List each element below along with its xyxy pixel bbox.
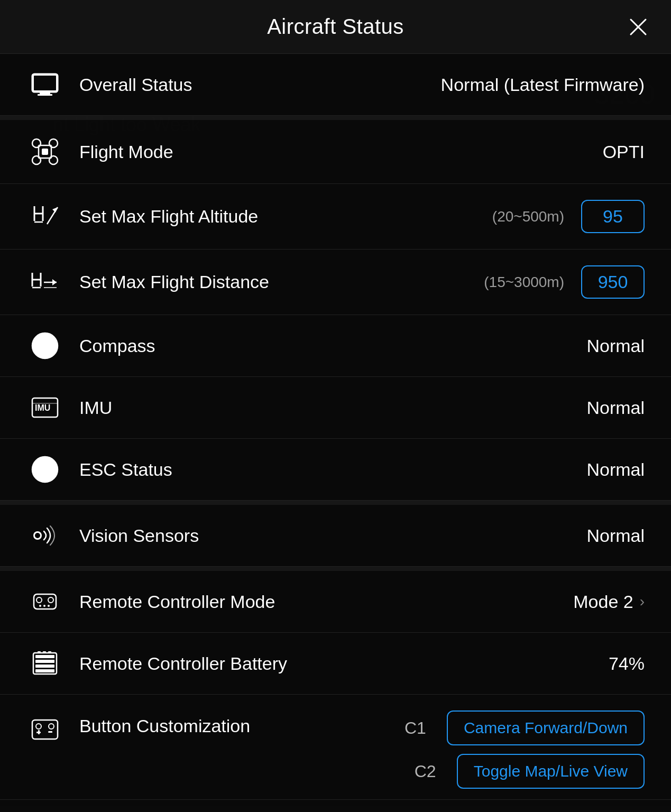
imu-label: IMU xyxy=(79,398,586,418)
rc-mode-label: Remote Controller Mode xyxy=(79,592,573,612)
c2-row: C2 Toggle Map/Live View xyxy=(415,754,645,789)
modal-panel: Aircraft Status Overall Status xyxy=(0,0,671,812)
row-overall-status: Overall Status Normal (Latest Firmware) xyxy=(0,54,671,116)
max-distance-control: (15~3000m) 950 xyxy=(484,265,645,299)
svg-point-52 xyxy=(48,597,53,603)
svg-rect-3 xyxy=(33,75,57,91)
svg-rect-62 xyxy=(43,651,46,653)
vision-icon xyxy=(26,521,63,550)
compass-label: Compass xyxy=(79,336,586,356)
btn-customization-label: Button Customization xyxy=(79,710,405,736)
rc-battery-value: 74% xyxy=(609,653,645,674)
row-flight-mode: Flight Mode OPTI xyxy=(0,120,671,184)
rc-battery-label: Remote Controller Battery xyxy=(79,653,609,674)
chevron-right-icon: › xyxy=(640,593,645,610)
customization-buttons: C1 Camera Forward/Down C2 Toggle Map/Liv… xyxy=(405,710,645,789)
max-distance-label: Set Max Flight Distance xyxy=(79,272,484,292)
row-esc: ESC Status Normal xyxy=(0,439,671,501)
max-distance-input[interactable]: 950 xyxy=(581,265,645,299)
svg-rect-2 xyxy=(32,74,58,92)
c2-label: C2 xyxy=(415,762,446,781)
button-custom-icon xyxy=(26,715,63,744)
separator-thick-2 xyxy=(0,501,671,505)
rc-icon xyxy=(26,587,63,616)
overall-status-label: Overall Status xyxy=(79,75,441,95)
c1-label: C1 xyxy=(405,718,436,738)
svg-point-66 xyxy=(49,724,54,729)
svg-rect-60 xyxy=(35,669,54,672)
separator-thick-1 xyxy=(0,116,671,120)
rc-mode-value-container: Mode 2 › xyxy=(573,592,645,612)
svg-point-55 xyxy=(48,605,50,607)
imu-icon: IMU xyxy=(26,393,63,422)
esc-label: ESC Status xyxy=(79,459,586,480)
max-altitude-label: Set Max Flight Altitude xyxy=(79,206,492,227)
svg-rect-5 xyxy=(38,94,52,96)
close-icon xyxy=(629,17,648,36)
header: Aircraft Status xyxy=(0,0,671,54)
svg-rect-61 xyxy=(38,651,41,653)
svg-rect-14 xyxy=(42,149,48,155)
row-max-distance: Set Max Flight Distance (15~3000m) 950 xyxy=(0,250,671,315)
modal-overlay: 3200 nt Light too Weak Aircraft Status xyxy=(0,0,671,812)
rc-mode-value: Mode 2 xyxy=(573,592,633,612)
svg-point-54 xyxy=(43,605,45,607)
svg-rect-58 xyxy=(35,660,54,663)
svg-point-6 xyxy=(32,139,41,147)
close-button[interactable] xyxy=(627,15,650,39)
vision-label: Vision Sensors xyxy=(79,525,586,546)
row-rc-mode[interactable]: Remote Controller Mode Mode 2 › xyxy=(0,571,671,633)
svg-point-49 xyxy=(35,533,40,538)
svg-point-47 xyxy=(42,467,48,472)
compass-icon: N xyxy=(26,331,63,361)
c2-button[interactable]: Toggle Map/Live View xyxy=(457,754,645,789)
max-distance-unit: (15~3000m) xyxy=(484,274,564,291)
svg-rect-70 xyxy=(50,731,52,733)
battery-icon xyxy=(26,649,63,678)
max-altitude-unit: (20~500m) xyxy=(492,208,564,225)
svg-rect-59 xyxy=(35,665,54,668)
row-rc-battery: Remote Controller Battery 74% xyxy=(0,633,671,695)
svg-text:IMU: IMU xyxy=(35,403,50,412)
row-compass: N Compass Normal xyxy=(0,315,671,377)
max-altitude-input[interactable]: 95 xyxy=(581,200,645,233)
svg-point-7 xyxy=(49,139,58,147)
status-icon xyxy=(26,70,63,99)
esc-value: Normal xyxy=(586,459,645,480)
svg-marker-26 xyxy=(52,279,57,285)
row-btn-customization: Button Customization C1 Camera Forward/D… xyxy=(0,695,671,800)
svg-point-9 xyxy=(49,156,58,164)
vision-value: Normal xyxy=(586,525,645,546)
svg-rect-63 xyxy=(48,651,51,653)
row-max-altitude: Set Max Flight Altitude (20~500m) 95 xyxy=(0,184,671,250)
svg-point-53 xyxy=(39,605,41,607)
distance-icon xyxy=(26,266,63,298)
esc-icon xyxy=(26,455,63,484)
max-altitude-control: (20~500m) 95 xyxy=(492,200,645,233)
svg-text:N: N xyxy=(42,338,45,343)
svg-point-8 xyxy=(32,156,41,164)
altitude-icon xyxy=(26,201,63,233)
compass-value: Normal xyxy=(586,336,645,356)
flight-mode-value: OPTI xyxy=(603,142,645,162)
overall-status-value: Normal (Latest Firmware) xyxy=(441,75,645,95)
drone-icon xyxy=(26,136,63,168)
svg-rect-64 xyxy=(32,720,58,739)
svg-marker-20 xyxy=(52,207,58,213)
flight-mode-label: Flight Mode xyxy=(79,142,603,162)
row-imu: IMU IMU Normal xyxy=(0,377,671,439)
c1-row: C1 Camera Forward/Down xyxy=(405,710,645,745)
separator-thick-3 xyxy=(0,567,671,571)
svg-point-51 xyxy=(36,597,42,603)
svg-point-32 xyxy=(43,344,47,347)
svg-point-65 xyxy=(36,724,41,729)
imu-value: Normal xyxy=(586,398,645,418)
c1-button[interactable]: Camera Forward/Down xyxy=(447,710,645,745)
row-vision: Vision Sensors Normal xyxy=(0,505,671,567)
modal-title: Aircraft Status xyxy=(267,15,404,39)
svg-rect-68 xyxy=(38,730,40,734)
svg-rect-4 xyxy=(40,92,50,94)
svg-rect-57 xyxy=(35,655,54,658)
